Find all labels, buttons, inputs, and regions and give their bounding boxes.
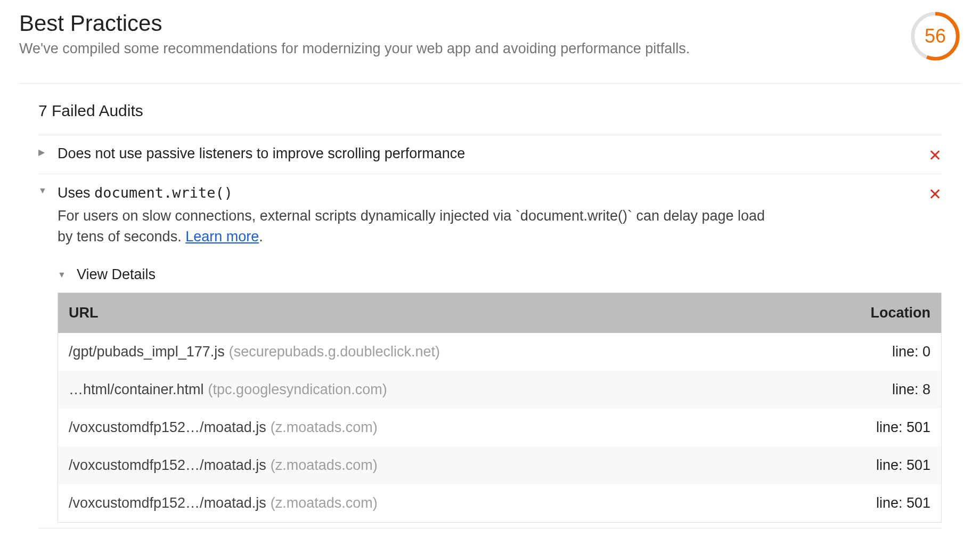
- location-cell: line: 501: [789, 446, 941, 484]
- learn-more-link[interactable]: Learn more: [185, 229, 259, 245]
- table-row: /voxcustomdfp152…/moatad.js(z.moatads.co…: [58, 446, 942, 484]
- audit-title: Uses document.write(): [58, 183, 922, 204]
- category-header: Best Practices We've compiled some recom…: [19, 11, 961, 84]
- category-title: Best Practices: [19, 11, 894, 36]
- location-cell: line: 8: [789, 371, 941, 409]
- url-path: /voxcustomdfp152…/moatad.js: [69, 419, 266, 435]
- table-row: /gpt/pubads_impl_177.js(securepubads.g.d…: [58, 333, 942, 371]
- failed-audits-heading: 7 Failed Audits: [38, 84, 942, 135]
- location-cell: line: 501: [789, 484, 941, 523]
- fail-icon: ✕: [928, 183, 942, 204]
- location-cell: line: 0: [789, 333, 941, 371]
- view-details-label: View Details: [77, 266, 156, 283]
- chevron-down-icon: ▼: [58, 270, 67, 280]
- audit-title: Does not use passive listeners to improv…: [58, 144, 922, 164]
- chevron-right-icon: ▶: [38, 147, 48, 157]
- url-domain: (z.moatads.com): [271, 457, 378, 473]
- url-domain: (z.moatads.com): [271, 495, 378, 511]
- url-domain: (tpc.googlesyndication.com): [208, 381, 387, 397]
- table-row: …html/container.html(tpc.googlesyndicati…: [58, 371, 942, 409]
- view-details-toggle[interactable]: ▼ View Details: [58, 256, 942, 292]
- table-row: /voxcustomdfp152…/moatad.js(z.moatads.co…: [58, 409, 942, 446]
- url-domain: (z.moatads.com): [271, 419, 378, 435]
- score-value: 56: [910, 11, 961, 62]
- location-cell: line: 501: [789, 409, 941, 446]
- audit-row: ▼ Uses document.write() For users on slo…: [38, 174, 942, 528]
- url-path: /voxcustomdfp152…/moatad.js: [69, 495, 266, 511]
- col-url: URL: [58, 293, 790, 333]
- url-domain: (securepubads.g.doubleclick.net): [229, 344, 440, 360]
- audit-row: ▶ Does not use passive listeners to impr…: [38, 135, 942, 174]
- col-location: Location: [789, 293, 941, 333]
- table-row: /voxcustomdfp152…/moatad.js(z.moatads.co…: [58, 484, 942, 523]
- audit-toggle[interactable]: ▼ Uses document.write() For users on slo…: [38, 174, 942, 256]
- category-subtitle: We've compiled some recommendations for …: [19, 39, 894, 58]
- chevron-down-icon: ▼: [38, 186, 48, 196]
- url-path: …html/container.html: [69, 381, 204, 397]
- score-gauge: 56: [910, 11, 961, 62]
- audit-toggle[interactable]: ▶ Does not use passive listeners to impr…: [38, 135, 942, 174]
- details-table: URL Location /gpt/pubads_impl_177.js(sec…: [58, 292, 942, 523]
- url-path: /gpt/pubads_impl_177.js: [69, 344, 225, 360]
- fail-icon: ✕: [928, 144, 942, 165]
- url-path: /voxcustomdfp152…/moatad.js: [69, 457, 266, 473]
- audit-description: For users on slow connections, external …: [58, 206, 782, 247]
